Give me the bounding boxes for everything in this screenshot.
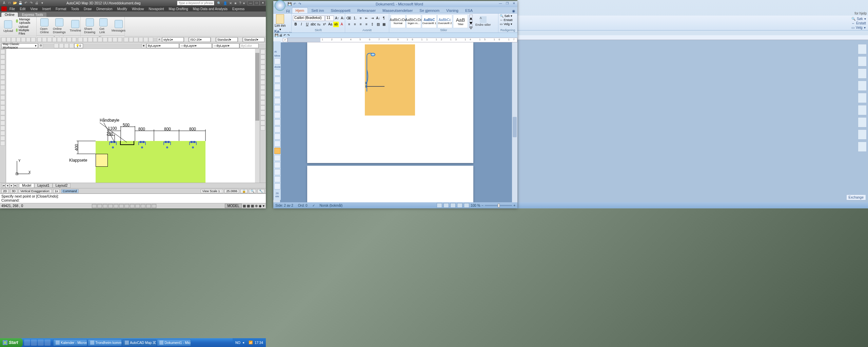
indent-right-button[interactable]: ⇥ [370,16,375,21]
color-combo[interactable]: ByLayer ▾ [146,43,179,48]
sidebar-btn-5[interactable] [274,91,280,97]
style-up-icon[interactable]: ▴ [469,15,473,19]
point-tool-icon[interactable] [0,90,5,95]
menu-novapoint[interactable]: Novapoint [147,7,166,11]
outlook-icon[interactable] [44,340,51,346]
layer-icon[interactable] [54,43,59,48]
messages-button[interactable]: Messages [110,19,127,33]
horizontal-ruler[interactable]: 1 2 3 4 5 6 7 8 9 10 11 12 13 14 15 16 1… [288,38,517,42]
save-icon[interactable]: 💾 [275,34,278,37]
vertical-exaggeration-value[interactable]: 1x [53,189,60,193]
undo-icon[interactable]: ↶ [24,1,28,5]
strike-button[interactable]: abc [310,22,316,27]
style-down-icon[interactable]: ▾ [469,19,473,23]
rectangle-tool-icon[interactable] [0,70,5,75]
sidebar-btn-18[interactable] [274,183,280,189]
tab-referanser[interactable]: Referanser [354,8,379,13]
tool-icon[interactable] [52,37,57,42]
sidebar-btn-2[interactable] [274,69,280,76]
app-menu-icon[interactable]: A [2,1,6,5]
minimize-button[interactable]: — [248,1,254,5]
tool-icon[interactable] [118,37,122,42]
font-name-combo[interactable]: Calibri (Brødtekst) [293,16,325,21]
tool-icon[interactable] [83,37,88,42]
am-toggle[interactable] [152,204,156,208]
tool-icon[interactable] [149,37,153,42]
ribbon-help-icon[interactable]: ◉ [510,9,517,13]
task-autocad[interactable]: AutoCAD Map 3D 201... [122,339,156,346]
italic-button[interactable]: I [299,22,304,27]
drawing-canvas[interactable]: Håndbøyle 1100 500 800 800 800 200 400 K… [6,49,260,183]
zoom-icon[interactable]: 🔍 [249,189,256,193]
command-bar-label[interactable]: Command [61,189,79,193]
sidebar-btn-16[interactable] [274,169,280,175]
word-titlebar[interactable]: 💾 ↶ ↷ Dokument1 - Microsoft Word — ❐ ✕ [273,1,517,7]
sidebar-btn-12[interactable] [274,141,280,147]
tablestyle-combo[interactable]: Standard ▾ [216,37,238,42]
menu-tools[interactable]: Tools [69,7,81,11]
marks-button[interactable]: ¶ [381,16,387,21]
tool-icon[interactable] [31,37,36,42]
menu-view[interactable]: View [28,7,40,11]
sidebar-btn-4[interactable] [274,84,280,90]
minimize-button[interactable]: — [497,2,504,6]
status-icon[interactable]: ▦ [243,204,246,208]
ie-icon[interactable] [31,340,37,346]
move-tool-icon[interactable] [260,75,265,80]
model-space-button[interactable]: MODEL [225,204,242,208]
vertical-scrollbar[interactable] [255,49,260,183]
close-button[interactable]: ✕ [511,2,517,6]
tool-icon[interactable] [42,37,47,42]
sidebar-btn-6[interactable] [274,98,280,104]
menu-window[interactable]: Window [130,7,146,11]
tab-prev-icon[interactable]: ◂ [5,184,9,188]
proofing-icon[interactable]: ✓ [312,204,315,207]
sidebar-btn-11[interactable] [274,134,280,140]
underline-button[interactable]: U [304,22,310,27]
line-spacing-button[interactable]: ‡ [370,22,375,27]
tab-masseutsendelser[interactable]: Masseutsendelser [379,8,416,13]
vertical-scrollbar[interactable] [512,42,517,202]
print-icon[interactable]: 🖨 [35,1,39,5]
style-normal[interactable]: AaBbCcDcNormal [391,15,406,28]
start-button[interactable]: Start [0,338,23,347]
toggle-3d[interactable]: 3D [10,189,18,193]
tab-sideoppsett[interactable]: Sideoppsett [328,8,354,13]
online-drawings-button[interactable]: Online Drawings [52,18,67,35]
tab-layout1[interactable]: Layout1 [34,183,53,188]
menu-edit[interactable]: Edit [18,7,27,11]
word-count[interactable]: Ord: 0 [298,204,308,207]
tray-icon[interactable]: ◂ [242,341,246,345]
replace-button[interactable]: ↔Erstatt [851,21,866,25]
language-indicator[interactable]: NO [235,341,240,345]
hatch-tool-icon[interactable] [0,80,5,85]
tab-last-icon[interactable]: ▸| [14,184,18,188]
textstyle-combo[interactable]: style1 ▾ [162,37,184,42]
tool-icon[interactable] [93,37,98,42]
language[interactable]: Norsk (bokmål) [320,204,343,207]
tab-esa[interactable]: ESA [462,8,476,13]
erase-tool-icon[interactable] [260,49,265,54]
upload-multiple-button[interactable]: Upload Multiple Files [16,25,34,35]
ortho-toggle[interactable] [103,204,107,208]
tool-icon[interactable] [11,37,16,42]
clock[interactable]: 17:34 [255,341,263,345]
tool-icon[interactable] [6,37,11,42]
polar-toggle[interactable] [108,204,113,208]
sort-button[interactable]: A↓ [375,16,381,21]
maximize-button[interactable]: □ [254,1,260,5]
task-word[interactable]: Dokument1 - Microsof... [157,339,191,346]
style-more-icon[interactable]: ▿ [469,24,473,28]
ducs-toggle[interactable] [124,204,129,208]
status-icon[interactable]: ▦ [247,204,250,208]
block-tool-icon[interactable] [0,95,5,100]
align-right-button[interactable]: ≡ [358,22,363,27]
change-styles-button[interactable]: AEndre stiler [474,16,492,27]
tool-icon[interactable] [47,37,52,42]
tablestyle-icon[interactable] [211,37,216,42]
tab-settinn[interactable]: Sett inn [308,8,327,13]
circle-tool-icon[interactable] [0,60,5,64]
get-link-button[interactable]: Get Link [98,18,109,35]
lock-icon[interactable]: 🔒 [240,189,248,193]
tab-selector[interactable]: ⌐ [283,38,288,42]
